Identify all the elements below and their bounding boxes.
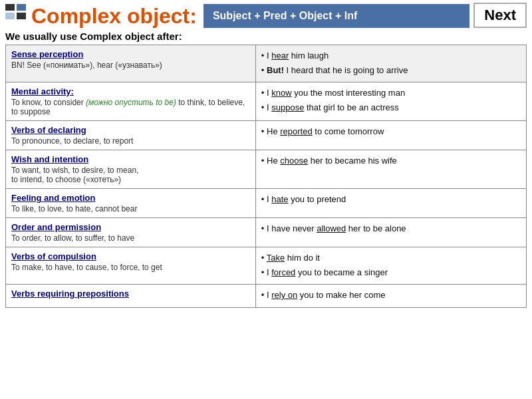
example-line: • I forced you to became a singer [261, 266, 521, 279]
example-cell: • I know you the most interesting man• I… [255, 82, 526, 121]
category-title: Verbs of compulsion [11, 251, 250, 261]
table-row: Verbs requiring prepositions• I rely on … [6, 285, 527, 308]
category-desc: To like, to love, to hate, cannot bear [11, 204, 250, 213]
category-desc: To pronounce, to declare, to report [11, 136, 250, 146]
category-title: Wish and intention [11, 154, 250, 164]
category-cell: Verbs requiring prepositions [6, 285, 256, 308]
subtitle: We usually use Complex object after: [0, 28, 532, 45]
formula-box: Subject + Pred + Object + Inf [203, 4, 469, 28]
example-line: • He reported to come tomorrow [261, 125, 521, 138]
table-row: Mental activity:To know, to consider (мо… [6, 82, 527, 121]
category-desc: To want, to wish, to desire, to mean,to … [11, 166, 250, 184]
category-cell: Sense perceptionBN! See («понимать»), he… [6, 45, 256, 82]
category-cell: Wish and intentionTo want, to wish, to d… [6, 150, 256, 189]
category-cell: Verbs of declaringTo pronounce, to decla… [6, 121, 256, 150]
table-row: Feeling and emotionTo like, to love, to … [6, 189, 527, 218]
example-cell: • I hear him laugh• But! I heard that he… [255, 45, 526, 82]
main-table: Sense perceptionBN! See («понимать»), he… [5, 45, 527, 308]
example-line: • I have never allowed her to be alone [261, 222, 521, 235]
example-line: • I suppose that girl to be an actress [261, 101, 521, 114]
category-title: Order and permission [11, 222, 250, 232]
category-title: Mental activity: [11, 86, 250, 96]
corner-block-4 [17, 13, 26, 19]
example-cell: • I have never allowed her to be alone [255, 218, 526, 247]
example-cell: • I hate you to pretend [255, 189, 526, 218]
category-title: Sense perception [11, 49, 250, 59]
category-desc: BN! See («понимать»), hear («узнавать») [11, 61, 250, 70]
table-row: Wish and intentionTo want, to wish, to d… [6, 150, 527, 189]
example-line: • But! I heard that he is going to arriv… [261, 64, 521, 77]
category-title: Verbs requiring prepositions [11, 289, 250, 299]
example-line: • I rely on you to make her come [261, 289, 521, 302]
example-line: • I hear him laugh [261, 49, 521, 63]
category-desc: To make, to have, to cause, to force, to… [11, 263, 250, 272]
category-title: Feeling and emotion [11, 193, 250, 203]
category-cell: Mental activity:To know, to consider (мо… [6, 82, 256, 121]
example-cell: • He choose her to became his wife [255, 150, 526, 189]
example-line: • I hate you to pretend [261, 193, 521, 206]
example-cell: • I rely on you to make her come [255, 285, 526, 308]
next-button[interactable]: Next [473, 3, 527, 28]
table-row: Sense perceptionBN! See («понимать»), he… [6, 45, 527, 82]
corner-block-1 [5, 4, 15, 11]
category-cell: Verbs of compulsionTo make, to have, to … [6, 247, 256, 285]
table-row: Order and permissionTo order, to allow, … [6, 218, 527, 247]
example-cell: • He reported to come tomorrow [255, 121, 526, 150]
page-title: Complex object: [31, 5, 197, 28]
example-line: • I know you the most interesting man [261, 86, 521, 100]
category-cell: Order and permissionTo order, to allow, … [6, 218, 256, 247]
table-row: Verbs of compulsionTo make, to have, to … [6, 247, 527, 285]
category-cell: Feeling and emotionTo like, to love, to … [6, 189, 256, 218]
category-desc: To order, to allow, to suffer, to have [11, 233, 250, 243]
top-bar: Complex object: Subject + Pred + Object … [0, 0, 532, 28]
example-cell: • Take him do it• I forced you to became… [255, 247, 526, 285]
example-line: • He choose her to became his wife [261, 154, 521, 168]
table-row: Verbs of declaringTo pronounce, to decla… [6, 121, 527, 150]
example-line: • Take him do it [261, 251, 521, 265]
category-desc: To know, to consider (можно опустить to … [11, 98, 250, 116]
corner-blocks [5, 4, 26, 28]
corner-block-3 [5, 13, 15, 19]
category-title: Verbs of declaring [11, 125, 250, 135]
corner-block-2 [17, 4, 26, 11]
